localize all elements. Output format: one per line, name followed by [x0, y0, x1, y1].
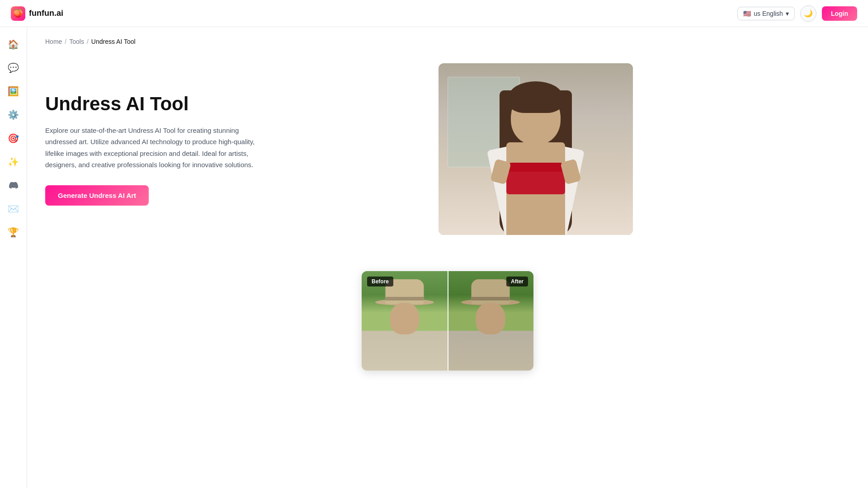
breadcrumb: Home / Tools / Undress AI Tool [45, 38, 850, 45]
sidebar-item-email[interactable]: ✉️ [4, 199, 24, 219]
badge-before: Before [367, 277, 393, 286]
lang-flag: 🇺🇸 [743, 10, 751, 17]
sidebar-item-magic[interactable]: ✨ [4, 152, 24, 172]
sidebar-item-image[interactable]: 🖼️ [4, 81, 24, 101]
breadcrumb-sep2: / [87, 38, 89, 45]
generate-button[interactable]: Generate Undress AI Art [45, 185, 149, 206]
sidebar-item-home[interactable]: 🏠 [4, 34, 24, 54]
logo-icon: 🍑 [11, 6, 25, 21]
main-content: Home / Tools / Undress AI Tool Undress A… [27, 27, 868, 488]
comparison-container: Before After [362, 271, 533, 371]
sidebar-item-activity[interactable]: 🎯 [4, 128, 24, 148]
logo[interactable]: 🍑 funfun.ai [11, 6, 63, 21]
badge-after: After [506, 277, 528, 286]
chevron-down-icon: ▾ [786, 10, 789, 17]
logo-text: funfun.ai [29, 9, 63, 18]
sidebar-item-chat[interactable]: 💬 [4, 58, 24, 78]
language-selector[interactable]: 🇺🇸 us English ▾ [737, 7, 795, 20]
hero-image [439, 63, 633, 235]
navbar-right: 🇺🇸 us English ▾ 🌙 Login [737, 5, 857, 22]
hero-image-background [439, 63, 633, 235]
theme-toggle-button[interactable]: 🌙 [800, 5, 816, 22]
main-layout: 🏠 💬 🖼️ ⚙️ 🎯 ✨ ✉️ 🏆 Home / Tools / Undres… [0, 27, 868, 488]
comparison-section: Before After [45, 271, 850, 371]
lang-label: us English [754, 10, 783, 17]
sidebar-item-trophy[interactable]: 🏆 [4, 222, 24, 242]
hero-title: Undress AI Tool [45, 93, 271, 115]
breadcrumb-tools[interactable]: Tools [69, 38, 84, 45]
hero-text: Undress AI Tool Explore our state-of-the… [45, 93, 271, 205]
breadcrumb-current: Undress AI Tool [91, 38, 136, 45]
hero-description: Explore our state-of-the-art Undress AI … [45, 125, 271, 171]
navbar: 🍑 funfun.ai 🇺🇸 us English ▾ 🌙 Login [0, 0, 868, 27]
hero-section: Undress AI Tool Explore our state-of-the… [45, 63, 633, 235]
sidebar: 🏠 💬 🖼️ ⚙️ 🎯 ✨ ✉️ 🏆 [0, 27, 27, 488]
sidebar-item-discord[interactable] [4, 175, 24, 195]
sidebar-item-settings[interactable]: ⚙️ [4, 105, 24, 125]
comparison-divider [448, 271, 448, 371]
breadcrumb-home[interactable]: Home [45, 38, 62, 45]
breadcrumb-sep1: / [65, 38, 66, 45]
login-button[interactable]: Login [822, 6, 857, 21]
